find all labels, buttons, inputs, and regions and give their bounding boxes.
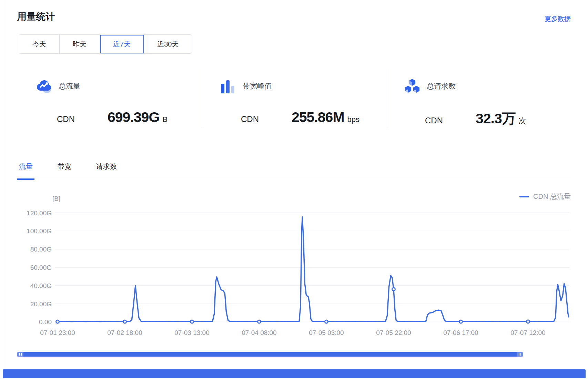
requests-cubes-icon bbox=[404, 78, 421, 95]
range-tab-yesterday[interactable]: 昨天 bbox=[60, 35, 100, 53]
y-axis-labels: 120.00G100.00G80.00G60.00G40.00G20.00G0.… bbox=[27, 209, 52, 326]
tab-traffic[interactable]: 流量 bbox=[17, 162, 34, 171]
stat-label: 带宽峰值 bbox=[243, 81, 272, 91]
svg-text:07-01 23:00: 07-01 23:00 bbox=[40, 329, 75, 336]
data-point-markers bbox=[56, 288, 530, 323]
chart-head: [B] CDN 总流量 bbox=[17, 190, 571, 203]
traffic-line-chart[interactable]: 120.00G100.00G80.00G60.00G40.00G20.00G0.… bbox=[17, 187, 572, 342]
stat-value: 32.3万 bbox=[476, 109, 516, 128]
bottom-bar[interactable] bbox=[3, 369, 586, 378]
svg-text:07-03 13:00: 07-03 13:00 bbox=[174, 329, 209, 336]
more-data-link[interactable]: 更多数据 bbox=[545, 14, 571, 23]
svg-text:120.00G: 120.00G bbox=[27, 209, 52, 217]
stat-label: 总请求数 bbox=[427, 81, 456, 91]
svg-text:07-06 17:00: 07-06 17:00 bbox=[443, 329, 478, 336]
stat-prefix: CDN bbox=[241, 114, 259, 124]
traffic-cloud-icon bbox=[36, 78, 53, 95]
stat-card-peak-bandwidth: 带宽峰值 CDN 255.86M bps bbox=[203, 69, 387, 128]
svg-text:20.00G: 20.00G bbox=[30, 300, 52, 308]
stat-prefix: CDN bbox=[57, 114, 75, 124]
stat-card-total-requests: 总请求数 CDN 32.3万 次 bbox=[387, 69, 571, 128]
legend-label: CDN 总流量 bbox=[533, 192, 571, 201]
panel-left-edge bbox=[3, 0, 3, 379]
svg-text:0.00: 0.00 bbox=[39, 318, 52, 326]
svg-text:07-07 12:00: 07-07 12:00 bbox=[510, 329, 545, 336]
stat-unit: bps bbox=[347, 115, 359, 124]
range-tab-last30days[interactable]: 近30天 bbox=[144, 35, 192, 53]
header: 用量统计 更多数据 bbox=[17, 10, 571, 23]
datazoom-right-handle[interactable] bbox=[517, 352, 523, 357]
stat-prefix: CDN bbox=[425, 116, 443, 125]
stat-unit: B bbox=[162, 115, 168, 124]
y-axis-unit-label: [B] bbox=[52, 195, 60, 203]
bandwidth-bars-icon bbox=[220, 78, 237, 95]
metric-tabs: 流量 带宽 请求数 bbox=[17, 162, 571, 179]
svg-text:40.00G: 40.00G bbox=[30, 282, 52, 289]
y-gridlines bbox=[55, 213, 569, 322]
range-tab-today[interactable]: 今天 bbox=[19, 35, 60, 53]
page-title: 用量统计 bbox=[17, 10, 55, 23]
stat-cards: 总流量 CDN 699.39G B 带宽峰值 CDN bbox=[17, 69, 571, 128]
stat-card-total-traffic: 总流量 CDN 699.39G B bbox=[17, 69, 203, 128]
tab-bandwidth[interactable]: 带宽 bbox=[56, 162, 73, 171]
cdn-usage-panel: 用量统计 更多数据 今天 昨天 近7天 近30天 总流量 CD bbox=[0, 0, 588, 379]
datazoom-left-handle[interactable] bbox=[17, 352, 23, 357]
svg-text:07-05 03:00: 07-05 03:00 bbox=[309, 329, 344, 336]
x-axis-labels: 07-01 23:0007-02 18:0007-03 13:0007-04 0… bbox=[40, 329, 545, 336]
legend-line-swatch bbox=[519, 196, 529, 197]
stat-value: 255.86M bbox=[292, 109, 344, 125]
svg-text:60.00G: 60.00G bbox=[30, 264, 52, 271]
datazoom-slider[interactable] bbox=[17, 352, 523, 357]
stat-label: 总流量 bbox=[59, 81, 80, 91]
stat-value: 699.39G bbox=[108, 109, 159, 125]
datazoom-selected-range[interactable] bbox=[23, 352, 517, 357]
svg-text:07-04 08:00: 07-04 08:00 bbox=[242, 329, 276, 336]
svg-text:07-05 22:00: 07-05 22:00 bbox=[376, 329, 411, 336]
svg-text:07-02 18:00: 07-02 18:00 bbox=[107, 329, 142, 336]
date-range-tabs: 今天 昨天 近7天 近30天 bbox=[19, 34, 192, 54]
tab-requests[interactable]: 请求数 bbox=[94, 162, 119, 171]
range-tab-last7days[interactable]: 近7天 bbox=[100, 35, 144, 53]
traffic-line-series bbox=[58, 217, 569, 321]
svg-text:80.00G: 80.00G bbox=[30, 246, 52, 253]
stat-unit: 次 bbox=[519, 116, 526, 126]
legend-item-cdn-total-traffic[interactable]: CDN 总流量 bbox=[519, 192, 571, 201]
svg-text:100.00G: 100.00G bbox=[27, 227, 52, 235]
